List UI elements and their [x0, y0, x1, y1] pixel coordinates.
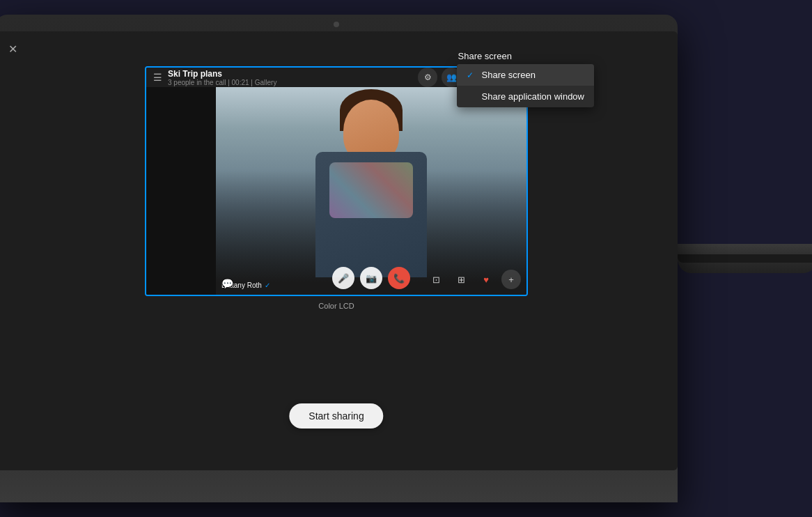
right-controls: ⊡ ⊞ ♥ + — [426, 270, 521, 289]
share-screen-dropdown[interactable]: ✓ Share screen ✓ Share application windo… — [457, 64, 594, 107]
pip-button[interactable]: ⊡ — [426, 270, 446, 289]
dropdown-item-label-2: Share application window — [482, 91, 584, 102]
check-icon: ✓ — [467, 70, 476, 80]
call-info: Ski Trip plans 3 people in the call | 00… — [168, 69, 276, 86]
start-sharing-button[interactable]: Start sharing — [289, 403, 383, 429]
skype-body: Brittany Roth ✓ 🎤 📷 📞 ⊡ ⊞ ♥ + — [146, 87, 526, 295]
hamburger-icon[interactable]: ☰ — [153, 72, 162, 83]
person-body — [309, 100, 434, 295]
window-caption: Color LCD — [318, 302, 354, 310]
laptop-base — [678, 244, 812, 273]
person-scarf — [329, 162, 413, 218]
dropdown-item-share-screen[interactable]: ✓ Share screen — [457, 64, 594, 86]
laptop-body: ✕ Share screen ✓ Share screen ✓ Share ap… — [0, 15, 678, 502]
laptop-camera — [334, 22, 339, 27]
add-button[interactable]: + — [501, 270, 521, 289]
fullscreen-button[interactable]: ⊞ — [451, 270, 471, 289]
chat-icon[interactable]: 💬 — [221, 278, 233, 289]
dropdown-item-label-1: Share screen — [482, 70, 536, 80]
call-title: Ski Trip plans — [168, 69, 276, 79]
share-screen-area: Share screen ✓ Share screen ✓ Share appl… — [457, 51, 594, 107]
call-subtitle: 3 people in the call | 00:21 | Gallery — [168, 79, 276, 86]
laptop-screen: ✕ Share screen ✓ Share screen ✓ Share ap… — [0, 31, 678, 470]
share-screen-label: Share screen — [458, 51, 512, 61]
left-panel — [146, 87, 216, 295]
laptop-base-notch — [678, 254, 812, 263]
heart-button[interactable]: ♥ — [476, 270, 496, 289]
video-button[interactable]: 📷 — [360, 267, 382, 289]
close-button[interactable]: ✕ — [5, 41, 20, 56]
verified-icon: ✓ — [265, 281, 270, 289]
call-controls: 🎤 📷 📞 — [332, 267, 410, 289]
titlebar-left: ☰ Ski Trip plans 3 people in the call | … — [153, 69, 276, 86]
dropdown-item-share-app[interactable]: ✓ Share application window — [457, 86, 594, 107]
main-video: Brittany Roth ✓ 🎤 📷 📞 ⊡ ⊞ ♥ + — [216, 87, 526, 295]
mic-button[interactable]: 🎤 — [332, 267, 354, 289]
end-call-button[interactable]: 📞 — [388, 267, 410, 289]
settings-icon-btn[interactable]: ⚙ — [418, 68, 437, 87]
